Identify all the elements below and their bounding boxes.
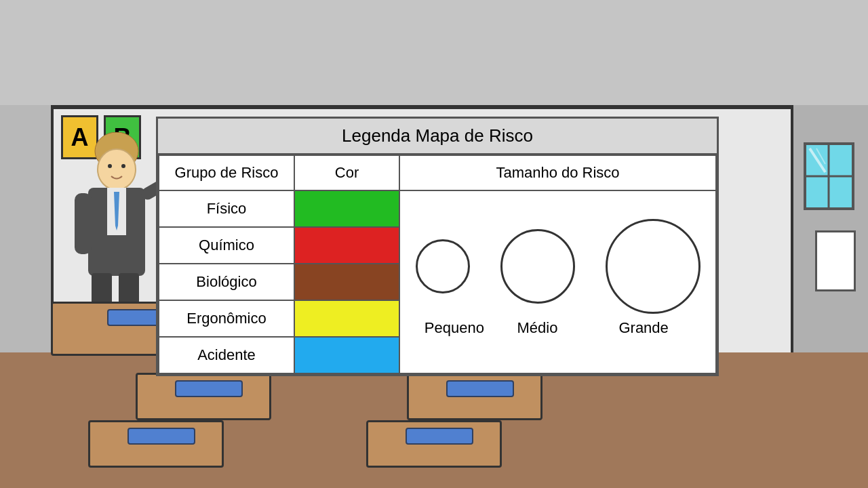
- grupo-cell-0: Físico: [159, 190, 294, 227]
- circle-large: [606, 219, 701, 314]
- color-cell-1: [294, 227, 399, 264]
- svg-point-3: [121, 164, 125, 168]
- legend-title: Legenda Mapa de Risco: [158, 119, 717, 155]
- right-window: [804, 142, 854, 210]
- color-cell-2: [294, 264, 399, 300]
- circle-small: [416, 239, 470, 293]
- student-desk-1: [136, 373, 271, 420]
- col-header-cor: Cor: [294, 155, 399, 190]
- student-desk-2: [407, 373, 542, 420]
- grupo-cell-3: Ergonômico: [159, 300, 294, 337]
- desk-item-1: [175, 380, 243, 397]
- desk-item-4: [406, 428, 473, 445]
- color-cell-4: [294, 337, 399, 373]
- label-medio: Médio: [500, 319, 574, 337]
- grupo-cell-4: Acidente: [159, 337, 294, 373]
- student-desk-4: [366, 420, 502, 468]
- color-block-1: [295, 228, 399, 263]
- color-cell-3: [294, 300, 399, 337]
- col-header-tamanho: Tamanho do Risco: [399, 155, 716, 190]
- grupo-cell-1: Químico: [159, 227, 294, 264]
- classroom-background: A B: [0, 0, 868, 488]
- window-svg: [806, 145, 852, 207]
- color-block-2: [295, 264, 399, 300]
- table-row: FísicoPequenoMédioGrande: [159, 190, 716, 227]
- size-circles-cell: PequenoMédioGrande: [399, 190, 716, 373]
- student-desk-3: [88, 420, 224, 468]
- color-block-4: [295, 338, 399, 373]
- legend-table: Grupo de Risco Cor Tamanho do Risco Físi…: [158, 155, 717, 374]
- circle-medium: [500, 229, 575, 304]
- legend-container: Legenda Mapa de Risco Grupo de Risco Cor…: [156, 117, 719, 376]
- right-card: [815, 230, 856, 291]
- svg-point-2: [108, 164, 112, 168]
- desk-item-2: [446, 380, 514, 397]
- color-cell-0: [294, 190, 399, 227]
- col-header-grupo: Grupo de Risco: [159, 155, 294, 190]
- ceiling: [0, 0, 868, 105]
- desk-item-3: [127, 428, 195, 445]
- label-pequeno: Pequeno: [425, 319, 479, 337]
- grupo-cell-2: Biológico: [159, 264, 294, 300]
- color-block-3: [295, 301, 399, 336]
- svg-point-1: [98, 149, 136, 190]
- label-grande: Grande: [596, 319, 691, 337]
- svg-rect-7: [75, 193, 92, 254]
- color-block-0: [295, 191, 399, 226]
